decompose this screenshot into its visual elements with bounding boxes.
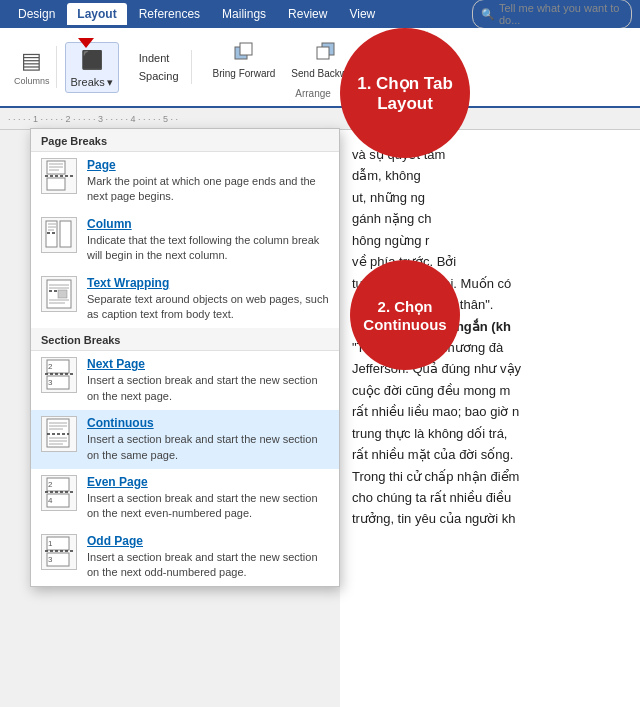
dropdown-item-text-wrapping[interactable]: Text Wrapping Separate text around objec… xyxy=(31,270,339,329)
doc-line-5: hông ngừng r xyxy=(352,233,429,248)
doc-line-1: và sự quyết tâm xyxy=(352,147,445,162)
svg-rect-12 xyxy=(46,221,57,247)
odd-page-break-icon: 1 3 xyxy=(41,534,77,570)
page-breaks-section-title: Page Breaks xyxy=(31,129,339,152)
breaks-dropdown-arrow: ▾ xyxy=(107,76,113,89)
select-button[interactable]: ▦ Select... xyxy=(372,35,418,82)
columns-label: Columns xyxy=(14,76,50,86)
column-break-title: Column xyxy=(87,217,329,231)
dropdown-item-even-page[interactable]: 2 4 Even Page Insert a section break and… xyxy=(31,469,339,528)
document-area: và sự quyết tâm dẫm, không ut, những ng … xyxy=(340,128,640,707)
continuous-break-text: Continuous Insert a section break and st… xyxy=(87,416,329,463)
doc-line-11: Jefferson. Quả đúng như vậy xyxy=(352,361,521,376)
doc-line-8: lực của chính bản thân". xyxy=(352,297,493,312)
svg-rect-13 xyxy=(60,221,71,247)
breaks-label: Breaks xyxy=(71,76,105,88)
dropdown-item-page[interactable]: Page Mark the point at which one page en… xyxy=(31,152,339,211)
dropdown-item-column[interactable]: Column Indicate that the text following … xyxy=(31,211,339,270)
svg-text:2: 2 xyxy=(48,480,53,489)
text-wrapping-break-icon xyxy=(41,276,77,312)
ruler-content: · · · · · 1 · · · · · 2 · · · · · 3 · · … xyxy=(8,114,178,124)
text-wrapping-break-desc: Separate text around objects on web page… xyxy=(87,292,329,323)
bring-forward-label: Bring Forward xyxy=(213,68,276,79)
tab-view[interactable]: View xyxy=(339,3,385,25)
svg-text:3: 3 xyxy=(48,555,53,564)
continuous-break-icon xyxy=(41,416,77,452)
next-page-break-desc: Insert a section break and start the new… xyxy=(87,373,329,404)
svg-rect-22 xyxy=(58,290,67,298)
tab-design[interactable]: Design xyxy=(8,3,65,25)
doc-line-6: về phía trước. Bởi xyxy=(352,254,456,269)
spacing-button[interactable]: Spacing xyxy=(135,68,183,84)
svg-text:2: 2 xyxy=(48,362,53,371)
document-text: và sự quyết tâm dẫm, không ut, những ng … xyxy=(352,144,628,530)
odd-page-break-title: Odd Page xyxy=(87,534,329,548)
svg-text:4: 4 xyxy=(48,496,53,505)
doc-line-3: ut, những ng xyxy=(352,190,425,205)
column-break-icon xyxy=(41,217,77,253)
svg-rect-1 xyxy=(240,43,252,55)
next-page-break-title: Next Page xyxy=(87,357,329,371)
text-wrapping-break-text: Text Wrapping Separate text around objec… xyxy=(87,276,329,323)
tab-bar: Design Layout References Mailings Review… xyxy=(0,0,640,28)
bring-forward-icon xyxy=(230,38,258,66)
doc-line-7: tuổi của tương lai. Muốn có xyxy=(352,276,511,291)
odd-page-break-text: Odd Page Insert a section break and star… xyxy=(87,534,329,581)
doc-line-2: dẫm, không xyxy=(352,168,421,183)
tell-me-placeholder: Tell me what you want to do... xyxy=(499,2,623,26)
doc-line-10: "Trung thực là "chương đà xyxy=(352,340,503,355)
send-backward-button[interactable]: Send Backward xyxy=(286,35,366,82)
even-page-break-icon: 2 4 xyxy=(41,475,77,511)
dropdown-item-odd-page[interactable]: 1 3 Odd Page Insert a section break and … xyxy=(31,528,339,587)
select-icon: ▦ xyxy=(381,38,409,66)
svg-text:▦: ▦ xyxy=(392,47,401,58)
continuous-break-title: Continuous xyxy=(87,416,329,430)
doc-line-15: rất nhiều mặt của đời sống. xyxy=(352,447,513,462)
continuous-break-desc: Insert a section break and start the new… xyxy=(87,432,329,463)
send-backward-label: Send Backward xyxy=(291,68,361,79)
doc-line-4: gánh nặng ch xyxy=(352,211,432,226)
margins-icon: ▤ xyxy=(21,48,42,74)
breaks-button[interactable]: ⬛ Breaks ▾ xyxy=(65,42,119,93)
svg-rect-8 xyxy=(47,178,65,190)
svg-rect-3 xyxy=(317,47,329,59)
doc-line-17: cho chúng ta rất nhiều điều xyxy=(352,490,511,505)
svg-text:1: 1 xyxy=(48,539,53,548)
page-break-icon xyxy=(41,158,77,194)
page-break-text: Page Mark the point at which one page en… xyxy=(87,158,329,205)
tab-references[interactable]: References xyxy=(129,3,210,25)
section-breaks-section-title: Section Breaks xyxy=(31,328,339,351)
breaks-icon: ⬛ xyxy=(78,46,106,74)
arrow-indicator xyxy=(78,38,94,48)
dropdown-item-continuous[interactable]: Continuous Insert a section break and st… xyxy=(31,410,339,469)
search-icon: 🔍 xyxy=(481,8,495,21)
doc-line-14: trung thực là không dối trá, xyxy=(352,426,507,441)
breaks-dropdown: Page Breaks Page Mark the point at which… xyxy=(30,128,340,587)
indent-button[interactable]: Indent xyxy=(135,50,183,66)
page-break-title: Page xyxy=(87,158,329,172)
doc-line-12: cuộc đời cũng đều mong m xyxy=(352,383,510,398)
tab-review[interactable]: Review xyxy=(278,3,337,25)
even-page-break-text: Even Page Insert a section break and sta… xyxy=(87,475,329,522)
tab-mailings[interactable]: Mailings xyxy=(212,3,276,25)
even-page-break-title: Even Page xyxy=(87,475,329,489)
tab-layout[interactable]: Layout xyxy=(67,3,126,25)
doc-line-13: rất nhiều liều mao; bao giờ n xyxy=(352,404,519,419)
tell-me-box[interactable]: 🔍 Tell me what you want to do... xyxy=(472,0,632,29)
next-page-break-text: Next Page Insert a section break and sta… xyxy=(87,357,329,404)
arrange-group: Bring Forward Send Backward ▦ xyxy=(200,31,428,103)
odd-page-break-desc: Insert a section break and start the new… xyxy=(87,550,329,581)
doc-line-16: Trong thi cử chấp nhận điểm xyxy=(352,469,519,484)
svg-text:3: 3 xyxy=(48,378,53,387)
next-page-break-icon: 2 3 xyxy=(41,357,77,393)
send-backward-icon xyxy=(312,38,340,66)
doc-line-18: trưởng, tin yêu của người kh xyxy=(352,511,516,526)
dropdown-item-next-page[interactable]: 2 3 Next Page Insert a section break and… xyxy=(31,351,339,410)
bring-forward-button[interactable]: Bring Forward xyxy=(208,35,281,82)
text-wrapping-break-title: Text Wrapping xyxy=(87,276,329,290)
column-break-desc: Indicate that the text following the col… xyxy=(87,233,329,264)
ribbon: ▤ Columns ⬛ Breaks ▾ Indent Spacing Brin… xyxy=(0,28,640,108)
even-page-break-desc: Insert a section break and start the new… xyxy=(87,491,329,522)
arrange-label: Arrange xyxy=(295,88,331,99)
doc-line-9: 3. Viết đoạn văn ngắn (kh xyxy=(352,319,511,334)
